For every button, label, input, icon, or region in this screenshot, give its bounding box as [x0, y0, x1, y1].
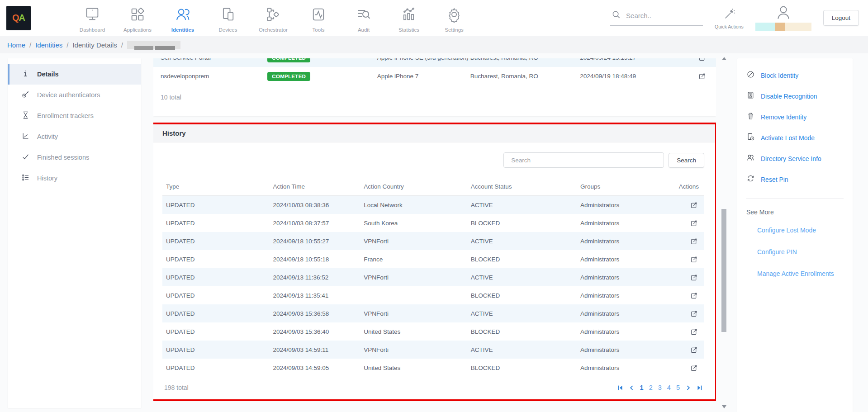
- identity-name-redaction: [127, 41, 180, 49]
- manage-active-enrollments-link[interactable]: Manage Active Enrollments: [757, 270, 853, 277]
- page-number-3[interactable]: 3: [658, 384, 662, 391]
- user-avatar[interactable]: [755, 5, 811, 31]
- applications-icon: [129, 6, 146, 24]
- remove-identity-link[interactable]: Remove Identity: [746, 112, 853, 122]
- nav-item-orchestrator[interactable]: Orchestrator: [251, 4, 296, 33]
- nav-item-statistics[interactable]: Statistics: [386, 4, 432, 33]
- cell-time: 2024/09/03 15:36:40: [273, 328, 364, 335]
- cell-status: BLOCKED: [471, 365, 580, 371]
- global-search-input[interactable]: [626, 12, 694, 19]
- nav-item-settings[interactable]: Settings: [432, 4, 477, 33]
- cell-status: ACTIVE: [471, 202, 580, 208]
- cell-country: United States: [364, 365, 470, 371]
- open-history-entry-icon[interactable]: [689, 255, 699, 264]
- cell-type: UPDATED: [166, 220, 273, 227]
- activate-lost-mode-link[interactable]: Activate Lost Mode: [746, 133, 853, 143]
- last-page-icon[interactable]: [697, 385, 702, 391]
- open-session-details-icon[interactable]: [697, 71, 707, 81]
- nav-item-identities[interactable]: Identities: [160, 4, 205, 33]
- cell-time: 2024/09/18 10:55:18: [273, 256, 364, 263]
- sessions-total-count: 10 total: [153, 85, 716, 101]
- column-header-type: Type: [166, 183, 273, 190]
- see-more-label: See More: [746, 208, 853, 216]
- breadcrumb-separator: /: [121, 41, 123, 49]
- block-identity-link[interactable]: Block Identity: [746, 70, 853, 81]
- open-history-entry-icon[interactable]: [689, 309, 699, 318]
- scroll-down-icon[interactable]: [722, 405, 726, 408]
- cell-country: United States: [364, 328, 470, 335]
- app-logo[interactable]: QA: [6, 6, 31, 30]
- global-search: [610, 10, 703, 26]
- table-row: UPDATED2024/09/18 10:55:18FranceBLOCKEDA…: [162, 250, 704, 268]
- nav-label: Dashboard: [80, 27, 105, 33]
- open-history-entry-icon[interactable]: [689, 218, 699, 228]
- cell-groups: Administrators: [580, 365, 660, 371]
- sidebar-item-details[interactable]: Details: [8, 64, 141, 85]
- content-scrollbar[interactable]: [721, 55, 727, 410]
- sidebar-item-label: Activity: [37, 133, 58, 140]
- history-search-button[interactable]: Search: [669, 153, 704, 168]
- open-history-entry-icon[interactable]: [689, 237, 699, 246]
- cell-status: ACTIVE: [471, 346, 580, 353]
- cell-country: Local Network: [364, 202, 470, 208]
- cell-type: UPDATED: [166, 346, 273, 353]
- logout-button[interactable]: Logout: [823, 10, 859, 26]
- sidebar-item-enrollment-trackers[interactable]: Enrollment trackers: [8, 105, 141, 126]
- configure-lost-mode-link[interactable]: Configure Lost Mode: [757, 227, 853, 234]
- open-history-entry-icon[interactable]: [689, 291, 699, 300]
- next-page-icon[interactable]: [685, 385, 691, 391]
- session-location: Bucharest, Romania, RO: [470, 58, 580, 61]
- nav-item-tools[interactable]: Tools: [296, 4, 341, 33]
- scroll-up-icon[interactable]: [722, 57, 726, 60]
- nav-label: Identities: [171, 27, 194, 33]
- table-row: UPDATED2024/10/03 08:38:36Local NetworkA…: [162, 196, 704, 214]
- hourglass-icon: [21, 111, 30, 121]
- identity-sections-sidebar: Details Device authenticators Enrollment…: [8, 58, 141, 408]
- nav-item-audit[interactable]: Audit: [341, 4, 386, 33]
- sidebar-item-label: Finished sessions: [37, 154, 89, 161]
- column-header-action-country: Action Country: [364, 183, 470, 190]
- page-number-1[interactable]: 1: [640, 384, 644, 391]
- cell-status: BLOCKED: [471, 292, 580, 299]
- breadcrumb-identities-link[interactable]: Identities: [35, 41, 62, 49]
- page-number-2[interactable]: 2: [649, 384, 653, 391]
- sidebar-item-finished-sessions[interactable]: Finished sessions: [8, 147, 141, 168]
- block-icon: [746, 70, 755, 81]
- scrollbar-thumb[interactable]: [721, 209, 726, 332]
- page-number-4[interactable]: 4: [667, 384, 671, 391]
- open-session-details-icon[interactable]: [697, 58, 707, 62]
- history-card: History Search Type Action Time Action C…: [153, 123, 716, 401]
- sidebar-item-device-authenticators[interactable]: Device authenticators: [8, 85, 141, 105]
- session-service: Self Service Portal: [161, 58, 267, 61]
- sidebar-item-activity[interactable]: Activity: [8, 126, 141, 147]
- sidebar-item-history[interactable]: History: [8, 168, 141, 189]
- history-search-input[interactable]: [503, 152, 664, 168]
- open-history-entry-icon[interactable]: [689, 327, 699, 336]
- cell-time: 2024/09/13 11:36:52: [273, 274, 364, 281]
- first-page-icon[interactable]: [617, 385, 623, 391]
- topbar-right-cluster: Quick Actions Logout: [610, 5, 859, 31]
- cell-time: 2024/10/03 08:38:36: [273, 202, 364, 208]
- configure-pin-link[interactable]: Configure PIN: [757, 248, 853, 256]
- open-history-entry-icon[interactable]: [689, 345, 699, 355]
- finished-sessions-card: Self Service Portal COMPLETED Apple iPho…: [153, 58, 716, 116]
- action-link-label: Disable Recognition: [761, 93, 817, 100]
- reset-pin-link[interactable]: Reset Pin: [746, 174, 853, 185]
- open-history-entry-icon[interactable]: [689, 363, 699, 373]
- nav-item-devices[interactable]: Devices: [205, 4, 251, 33]
- breadcrumb-home-link[interactable]: Home: [7, 41, 25, 49]
- cell-type: UPDATED: [166, 310, 273, 317]
- quick-actions-button[interactable]: Quick Actions: [715, 7, 744, 29]
- activity-chart-icon: [21, 132, 30, 142]
- nav-item-applications[interactable]: Applications: [115, 4, 160, 33]
- cell-type: UPDATED: [166, 238, 273, 245]
- open-history-entry-icon[interactable]: [689, 273, 699, 282]
- open-history-entry-icon[interactable]: [689, 200, 699, 210]
- nav-item-dashboard[interactable]: Dashboard: [70, 4, 115, 33]
- action-link-label: Reset Pin: [761, 176, 788, 183]
- previous-page-icon[interactable]: [629, 385, 635, 391]
- page-number-5[interactable]: 5: [676, 384, 680, 391]
- disable-recognition-link[interactable]: Disable Recognition: [746, 91, 853, 101]
- sidebar-item-label: History: [37, 175, 57, 182]
- directory-service-info-link[interactable]: Directory Service Info: [746, 153, 853, 164]
